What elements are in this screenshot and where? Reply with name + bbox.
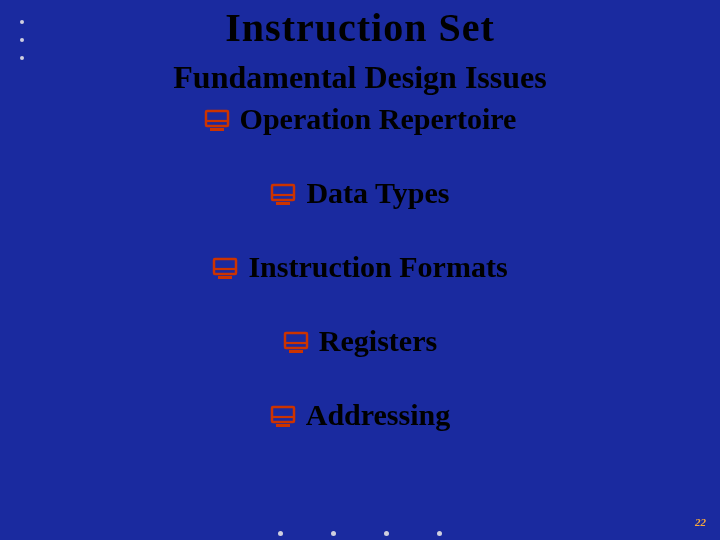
bullet-item: Data Types: [0, 176, 720, 210]
svg-rect-12: [272, 407, 294, 422]
computer-icon: [204, 109, 230, 133]
bullet-text: Instruction Formats: [248, 250, 507, 283]
bullet-item: Instruction Formats: [0, 250, 720, 284]
computer-icon: [270, 405, 296, 429]
svg-rect-2: [210, 128, 224, 131]
svg-rect-0: [206, 111, 228, 126]
computer-icon: [283, 331, 309, 355]
slide-subtitle: Fundamental Design Issues: [0, 59, 720, 96]
computer-icon: [212, 257, 238, 281]
slide-title: Instruction Set: [0, 0, 720, 51]
bullet-text: Addressing: [306, 398, 451, 431]
decorative-dots-bottom: [278, 531, 442, 536]
bullet-item: Addressing: [0, 398, 720, 432]
svg-rect-5: [276, 202, 290, 205]
svg-rect-6: [214, 259, 236, 274]
bullet-item: Operation Repertoire: [0, 102, 720, 136]
svg-rect-8: [218, 276, 232, 279]
svg-rect-3: [272, 185, 294, 200]
page-number: 22: [695, 516, 706, 528]
svg-rect-14: [276, 424, 290, 427]
svg-rect-9: [285, 333, 307, 348]
bullet-text: Operation Repertoire: [240, 102, 517, 135]
bullet-text: Data Types: [306, 176, 449, 209]
bullet-text: Registers: [319, 324, 437, 357]
decorative-dots-left: [20, 6, 24, 74]
bullet-item: Registers: [0, 324, 720, 358]
svg-rect-11: [289, 350, 303, 353]
computer-icon: [270, 183, 296, 207]
